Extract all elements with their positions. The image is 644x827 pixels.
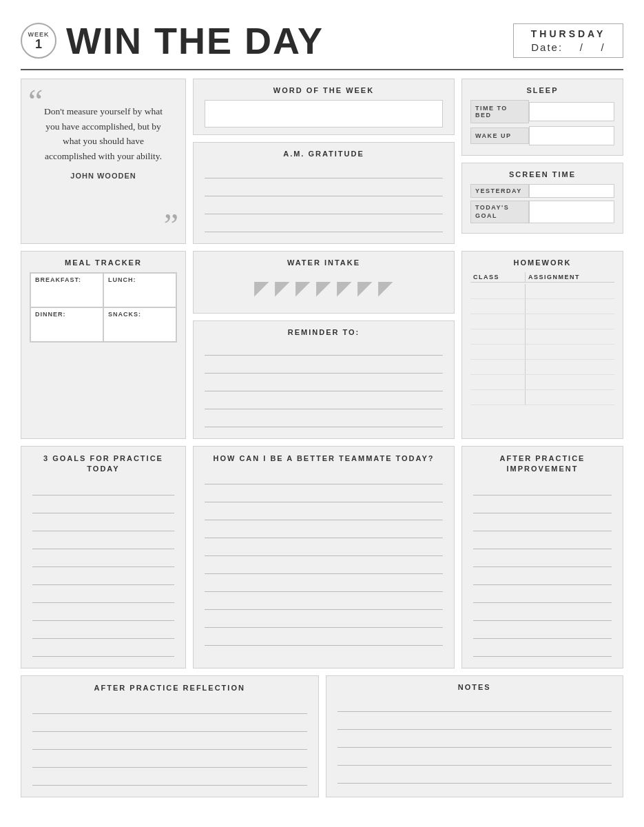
open-quote-icon: “ [28, 85, 43, 118]
hw-row[interactable] [470, 314, 614, 329]
meal-tracker-box: MEAL TRACKER BREAKFAST: LUNCH: DINNER: S… [21, 251, 186, 439]
write-line[interactable] [32, 574, 174, 585]
write-line[interactable] [205, 473, 443, 484]
dinner-cell[interactable]: DINNER: [30, 307, 103, 342]
hw-assign-cell[interactable] [526, 360, 614, 374]
hw-row[interactable] [470, 360, 614, 375]
write-line[interactable] [205, 363, 443, 374]
hw-row[interactable] [470, 390, 614, 405]
write-line[interactable] [32, 721, 307, 732]
hw-assign-cell[interactable] [526, 345, 614, 359]
write-line[interactable] [473, 646, 612, 657]
hw-assign-cell[interactable] [526, 299, 614, 314]
hw-class-cell[interactable] [470, 314, 526, 329]
day-name: THURSDAY [531, 28, 606, 39]
write-line[interactable] [473, 556, 612, 567]
write-line[interactable] [205, 545, 443, 556]
drop-5[interactable]: ◤ [337, 276, 352, 299]
hw-assign-cell[interactable] [526, 329, 614, 344]
write-line[interactable] [205, 563, 443, 574]
hw-row[interactable] [470, 375, 614, 390]
hw-row[interactable] [470, 329, 614, 345]
write-line[interactable] [205, 398, 443, 409]
drop-1[interactable]: ◤ [254, 276, 269, 299]
write-line[interactable] [205, 617, 443, 628]
write-line[interactable] [32, 484, 174, 496]
write-line[interactable] [337, 773, 612, 784]
screen-yesterday-input[interactable] [529, 184, 614, 198]
write-line[interactable] [473, 520, 612, 531]
hw-class-cell[interactable] [470, 390, 526, 405]
write-line[interactable] [473, 502, 612, 513]
drop-4[interactable]: ◤ [316, 276, 331, 299]
goals-lines [30, 480, 177, 661]
write-line[interactable] [32, 610, 174, 621]
write-line[interactable] [32, 592, 174, 603]
snacks-cell[interactable]: SNACKS: [103, 307, 176, 342]
hw-class-cell[interactable] [470, 345, 526, 359]
write-line[interactable] [473, 610, 612, 621]
write-line[interactable] [337, 719, 612, 730]
write-line[interactable] [473, 484, 612, 496]
write-line[interactable] [337, 737, 612, 748]
write-line[interactable] [32, 757, 307, 768]
write-line[interactable] [205, 581, 443, 592]
write-line[interactable] [32, 646, 174, 657]
write-line[interactable] [473, 592, 612, 603]
write-line[interactable] [205, 221, 443, 232]
hw-class-cell[interactable] [470, 329, 526, 344]
sleep-wake-up-label: WAKE UP [470, 127, 529, 144]
write-line[interactable] [337, 755, 612, 766]
write-line[interactable] [32, 628, 174, 639]
write-line[interactable] [32, 538, 174, 549]
write-line[interactable] [473, 574, 612, 585]
hw-row[interactable] [470, 345, 614, 360]
write-line[interactable] [32, 703, 307, 714]
write-line[interactable] [205, 203, 443, 214]
write-line[interactable] [32, 739, 307, 750]
hw-row[interactable] [470, 299, 614, 314]
hw-assign-cell[interactable] [526, 284, 614, 298]
hw-class-cell[interactable] [470, 375, 526, 389]
teammate-box: HOW CAN I BE A BETTER TEAMMATE TODAY? [193, 446, 455, 668]
water-drops: ◤ ◤ ◤ ◤ ◤ ◤ ◤ [202, 272, 446, 306]
sleep-time-to-bed-input[interactable] [529, 102, 614, 121]
write-line[interactable] [337, 701, 612, 712]
write-line[interactable] [32, 520, 174, 531]
lunch-cell[interactable]: LUNCH: [103, 273, 176, 307]
sleep-wake-up-input[interactable] [529, 126, 614, 145]
write-line[interactable] [205, 345, 443, 356]
hw-class-cell[interactable] [470, 284, 526, 298]
write-line[interactable] [205, 635, 443, 646]
word-input-area[interactable] [205, 100, 443, 127]
row-4: AFTER PRACTICE REFLECTION NOTES [21, 675, 623, 797]
hw-class-cell[interactable] [470, 360, 526, 374]
write-line[interactable] [205, 509, 443, 520]
hw-row[interactable] [470, 284, 614, 299]
write-line[interactable] [205, 167, 443, 178]
hw-assign-cell[interactable] [526, 375, 614, 389]
sleep-title: SLEEP [470, 86, 614, 94]
write-line[interactable] [205, 185, 443, 196]
drop-3[interactable]: ◤ [295, 276, 311, 299]
write-line[interactable] [473, 538, 612, 549]
write-line[interactable] [473, 628, 612, 639]
write-line[interactable] [205, 491, 443, 502]
write-line[interactable] [32, 556, 174, 567]
drop-6[interactable]: ◤ [357, 276, 373, 299]
write-line[interactable] [32, 775, 307, 786]
drop-2[interactable]: ◤ [275, 276, 290, 299]
write-line[interactable] [205, 380, 443, 391]
hw-assign-cell[interactable] [526, 314, 614, 329]
drop-7[interactable]: ◤ [378, 276, 393, 299]
write-line[interactable] [205, 599, 443, 610]
breakfast-cell[interactable]: BREAKFAST: [30, 273, 103, 307]
write-line[interactable] [205, 527, 443, 538]
header: WEEK 1 WIN THE DAY THURSDAY Date: / / [21, 19, 623, 70]
hw-assign-cell[interactable] [526, 390, 614, 405]
hw-class-cell[interactable] [470, 299, 526, 314]
gratitude-box: A.M. GRATITUDE [193, 142, 455, 244]
write-line[interactable] [32, 502, 174, 513]
write-line[interactable] [205, 416, 443, 427]
screen-goal-input[interactable] [529, 201, 614, 223]
